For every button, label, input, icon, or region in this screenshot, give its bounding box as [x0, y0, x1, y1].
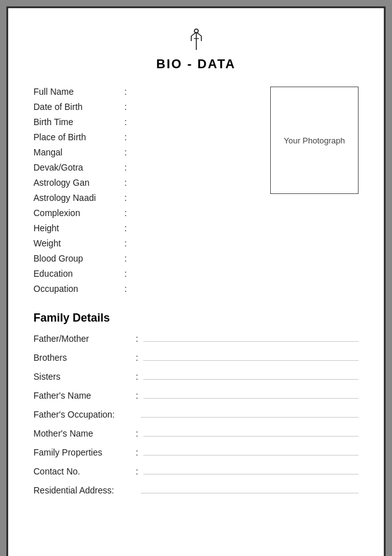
- family-field-line: [143, 436, 359, 437]
- field-colon: :: [124, 208, 127, 218]
- field-row: Place of Birth:: [33, 132, 258, 142]
- field-colon: :: [124, 132, 127, 142]
- page: BIO - DATA Full Name:Date of Birth:Birth…: [6, 6, 386, 556]
- field-row: Astrology Gan:: [33, 178, 258, 188]
- field-row: Weight:: [33, 238, 258, 248]
- family-field-row: Contact No.:: [33, 466, 359, 476]
- field-row: Mangal:: [33, 147, 258, 157]
- field-label: Place of Birth: [33, 132, 122, 142]
- family-field-row: Family Properties:: [33, 447, 359, 457]
- family-field-row: Father's Occupation:: [33, 409, 359, 420]
- family-field-colon: :: [136, 353, 138, 363]
- field-row: Date of Birth:: [33, 102, 258, 112]
- field-colon: :: [124, 269, 127, 279]
- photo-label: Your Photograph: [283, 136, 345, 145]
- family-fields: Father/Mother:Brothers:Sisters:Father's …: [33, 334, 359, 495]
- field-label: Full Name: [33, 87, 122, 97]
- field-row: Full Name:: [33, 87, 258, 97]
- family-field-line: [141, 417, 359, 418]
- field-label: Astrology Gan: [33, 178, 122, 188]
- field-row: Blood Group:: [33, 253, 258, 263]
- field-colon: :: [124, 253, 127, 263]
- field-row: Birth Time:: [33, 117, 258, 127]
- field-colon: :: [124, 193, 127, 203]
- field-colon: :: [124, 117, 127, 127]
- family-field-label: Sisters: [33, 372, 134, 382]
- family-field-label: Family Properties: [33, 447, 134, 457]
- field-label: Weight: [33, 238, 122, 248]
- field-label: Mangal: [33, 147, 122, 157]
- family-field-row: Father's Name:: [33, 390, 359, 401]
- field-row: Height:: [33, 223, 258, 233]
- field-colon: :: [124, 178, 127, 188]
- field-row: Education:: [33, 269, 258, 279]
- family-field-label: Mother's Name: [33, 428, 134, 438]
- family-field-line: [143, 360, 359, 361]
- field-label: Height: [33, 223, 122, 233]
- family-field-line: [141, 493, 359, 493]
- family-field-line: [143, 474, 359, 474]
- family-field-row: Father/Mother:: [33, 334, 359, 344]
- field-colon: :: [124, 223, 127, 233]
- family-field-row: Brothers:: [33, 353, 359, 363]
- main-section: Full Name:Date of Birth:Birth Time:Place…: [33, 87, 359, 299]
- family-field-label: Residential Address:: [33, 485, 134, 495]
- family-field-row: Mother's Name:: [33, 428, 359, 438]
- field-label: Birth Time: [33, 117, 122, 127]
- field-colon: :: [124, 87, 127, 97]
- family-field-label: Father's Name: [33, 390, 134, 401]
- family-field-colon: :: [136, 372, 138, 382]
- field-colon: :: [124, 102, 127, 112]
- family-field-label: Father/Mother: [33, 334, 134, 344]
- field-label: Blood Group: [33, 253, 122, 263]
- personal-fields: Full Name:Date of Birth:Birth Time:Place…: [33, 87, 258, 299]
- family-field-line: [143, 398, 359, 399]
- field-row: Complexion:: [33, 208, 258, 218]
- family-field-colon: :: [136, 466, 138, 476]
- page-title: BIO - DATA: [33, 57, 359, 71]
- field-label: Education: [33, 269, 122, 279]
- family-field-row: Sisters:: [33, 372, 359, 382]
- header-icon: [33, 27, 359, 54]
- family-field-row: Residential Address:: [33, 485, 359, 495]
- family-field-colon: :: [136, 428, 138, 438]
- family-field-colon: :: [136, 390, 138, 401]
- family-field-line: [143, 379, 359, 380]
- field-colon: :: [124, 147, 127, 157]
- field-label: Occupation: [33, 284, 122, 294]
- field-label: Complexion: [33, 208, 122, 218]
- field-colon: :: [124, 162, 127, 172]
- field-colon: :: [124, 284, 127, 294]
- field-row: Devak/Gotra:: [33, 162, 258, 172]
- family-section-title: Family Details: [33, 311, 359, 325]
- family-field-line: [143, 341, 359, 342]
- family-section: Family Details Father/Mother:Brothers:Si…: [33, 311, 359, 495]
- family-field-label: Father's Occupation:: [33, 409, 134, 420]
- header: BIO - DATA: [33, 27, 359, 71]
- family-field-label: Brothers: [33, 353, 134, 363]
- field-label: Devak/Gotra: [33, 162, 122, 172]
- field-label: Astrology Naadi: [33, 193, 122, 203]
- field-colon: :: [124, 238, 127, 248]
- field-label: Date of Birth: [33, 102, 122, 112]
- photo-box: Your Photograph: [270, 87, 359, 194]
- family-field-label: Contact No.: [33, 466, 134, 476]
- family-field-colon: :: [136, 334, 138, 344]
- field-row: Astrology Naadi:: [33, 193, 258, 203]
- family-field-colon: :: [136, 447, 138, 457]
- family-field-line: [143, 455, 359, 456]
- field-row: Occupation:: [33, 284, 258, 294]
